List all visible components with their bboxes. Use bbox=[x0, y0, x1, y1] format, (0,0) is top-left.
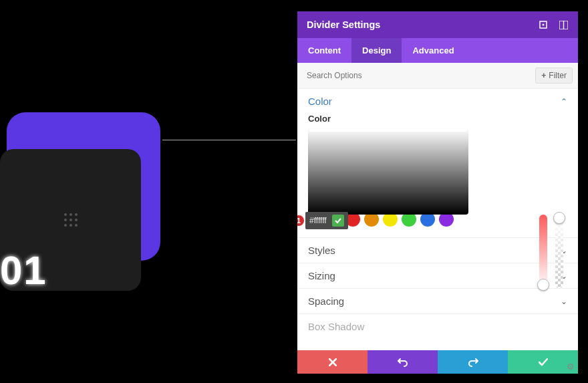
close-icon bbox=[329, 358, 337, 366]
tab-design[interactable]: Design bbox=[351, 38, 402, 63]
search-input[interactable] bbox=[303, 68, 535, 83]
tabs: Content Design Advanced bbox=[297, 38, 578, 63]
hex-value-box[interactable]: #ffffff bbox=[305, 212, 348, 229]
redo-button[interactable] bbox=[438, 350, 508, 374]
section-color-title: Color bbox=[308, 96, 332, 107]
section-styles[interactable]: Styles ⌄ bbox=[297, 238, 578, 263]
section-spacing-title: Spacing bbox=[308, 295, 344, 307]
svg-point-1 bbox=[543, 24, 545, 26]
section-styles-title: Styles bbox=[308, 245, 335, 256]
section-box-shadow-title: Box Shadow bbox=[308, 321, 364, 332]
hex-value: #ffffff bbox=[309, 216, 327, 225]
section-spacing[interactable]: Spacing ⌄ bbox=[297, 289, 578, 313]
hex-badge: 1 #ffffff bbox=[297, 212, 348, 229]
search-row: + Filter bbox=[297, 63, 578, 89]
callout-leader-line bbox=[162, 140, 296, 140]
plus-icon: + bbox=[541, 71, 546, 80]
filter-label: Filter bbox=[549, 71, 567, 80]
drag-handle-icon[interactable] bbox=[64, 213, 78, 227]
grid-icon[interactable] bbox=[558, 19, 569, 30]
settings-panel: Divider Settings Content Design Advanced… bbox=[297, 11, 578, 374]
undo-icon bbox=[398, 358, 408, 367]
panel-body: Color ⌃ Color 1 #ffffff bbox=[297, 89, 578, 350]
slider-group bbox=[539, 215, 563, 288]
tab-content[interactable]: Content bbox=[297, 38, 351, 63]
hex-confirm[interactable] bbox=[332, 215, 344, 227]
section-sizing-title: Sizing bbox=[308, 270, 335, 281]
check-icon bbox=[539, 358, 548, 366]
settings-gear-icon[interactable]: ⚙ bbox=[563, 359, 578, 374]
hue-slider[interactable] bbox=[539, 215, 547, 288]
redo-icon bbox=[468, 358, 478, 367]
chevron-up-icon: ⌃ bbox=[561, 97, 567, 106]
section-color[interactable]: Color ⌃ bbox=[297, 89, 578, 114]
filter-button[interactable]: + Filter bbox=[535, 68, 573, 84]
chevron-down-icon: ⌄ bbox=[561, 297, 567, 306]
expand-icon[interactable] bbox=[538, 19, 549, 30]
hue-knob[interactable] bbox=[537, 279, 549, 291]
section-box-shadow[interactable]: Box Shadow bbox=[297, 314, 578, 332]
tab-advanced[interactable]: Advanced bbox=[402, 38, 464, 63]
panel-header: Divider Settings bbox=[297, 11, 578, 38]
color-sublabel: Color bbox=[297, 114, 578, 128]
callout-number: 1 bbox=[297, 215, 305, 227]
canvas-item-number: 01 bbox=[0, 247, 47, 293]
panel-title: Divider Settings bbox=[307, 19, 380, 30]
undo-button[interactable] bbox=[368, 350, 438, 374]
alpha-slider[interactable] bbox=[555, 215, 563, 288]
alpha-knob[interactable] bbox=[553, 212, 565, 224]
footer-actions bbox=[297, 350, 578, 374]
cancel-button[interactable] bbox=[297, 350, 368, 374]
color-gradient-area[interactable] bbox=[308, 128, 468, 215]
section-sizing[interactable]: Sizing ⌄ bbox=[297, 263, 578, 288]
